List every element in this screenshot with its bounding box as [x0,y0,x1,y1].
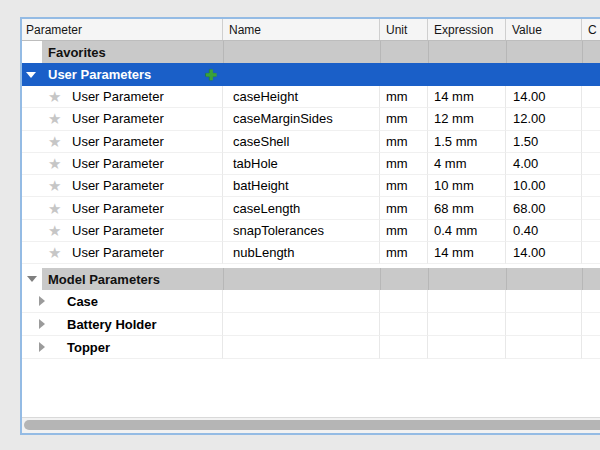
plus-icon: ✚ [205,68,217,82]
parameter-row[interactable]: ★User Parameter caseLength mm 68 mm 68.0… [22,197,600,219]
model-group-row-battery-holder[interactable]: Battery Holder [22,313,600,336]
horizontal-scrollbar-thumb[interactable] [24,420,600,430]
model-group-row-topper[interactable]: Topper [22,336,600,359]
parameter-comment[interactable] [582,153,600,175]
parameter-name[interactable]: caseHeight [223,86,380,108]
parameter-expression[interactable]: 14 mm [428,86,506,108]
parameter-value: 68.00 [506,197,582,219]
parameter-row[interactable]: ★User Parameter tabHole mm 4 mm 4.00 [22,153,600,175]
parameter-row[interactable]: ★User Parameter nubLength mm 14 mm 14.00 [22,242,600,264]
model-parameters-expander-cell [22,268,42,290]
column-header-unit[interactable]: Unit [380,19,428,40]
parameter-name[interactable]: tabHole [223,153,380,175]
parameter-expression[interactable]: 4 mm [428,153,506,175]
column-header-parameter[interactable]: Parameter [22,19,223,40]
parameter-expression[interactable]: 12 mm [428,108,506,130]
parameter-type-label: User Parameter [72,245,164,260]
parameter-expression[interactable]: 68 mm [428,197,506,219]
parameter-row[interactable]: ★User Parameter caseHeight mm 14 mm 14.0… [22,86,600,108]
model-group-label: Case [67,294,98,309]
add-user-parameter-button[interactable]: ✚ [203,63,219,86]
model-group-label: Battery Holder [67,317,157,332]
parameter-comment[interactable] [582,220,600,242]
horizontal-scrollbar[interactable] [22,417,600,433]
parameter-comment[interactable] [582,131,600,153]
parameter-value: 4.00 [506,153,582,175]
favorites-group-label: Favorites [42,41,600,63]
user-parameters-group-row[interactable]: User Parameters ✚ [22,63,600,86]
parameter-value: 10.00 [506,175,582,197]
parameter-row[interactable]: ★User Parameter caseMarginSides mm 12 mm… [22,108,600,130]
parameter-name[interactable]: caseLength [223,197,380,219]
parameter-unit: mm [380,197,428,219]
parameter-value: 0.40 [506,220,582,242]
parameter-name[interactable]: batHeight [223,175,380,197]
parameter-row[interactable]: ★User Parameter batHeight mm 10 mm 10.00 [22,175,600,197]
table-header: Parameter Name Unit Expression Value C [22,19,600,41]
parameter-value: 14.00 [506,242,582,264]
favorites-group-row[interactable]: Favorites [22,41,600,63]
parameter-unit: mm [380,153,428,175]
model-group-row-case[interactable]: Case [22,290,600,313]
parameter-comment[interactable] [582,242,600,264]
parameter-name[interactable]: snapTolerances [223,220,380,242]
parameter-expression[interactable]: 14 mm [428,242,506,264]
parameter-type-label: User Parameter [72,201,164,216]
parameter-name[interactable]: caseMarginSides [223,108,380,130]
parameters-table: Parameter Name Unit Expression Value C F… [20,17,600,435]
collapse-triangle-icon[interactable] [26,72,36,78]
parameter-type-label: User Parameter [72,111,164,126]
favorite-star-icon[interactable]: ★ [48,178,64,193]
parameter-name[interactable]: caseShell [223,131,380,153]
parameter-comment[interactable] [582,197,600,219]
expand-triangle-icon[interactable] [39,342,45,352]
table-empty-area [22,359,600,417]
parameter-name[interactable]: nubLength [223,242,380,264]
parameter-expression[interactable]: 1.5 mm [428,131,506,153]
parameter-comment[interactable] [582,86,600,108]
parameter-type-label: User Parameter [72,156,164,171]
model-parameters-group-row[interactable]: Model Parameters [22,268,600,290]
parameter-expression[interactable]: 0.4 mm [428,220,506,242]
column-header-value[interactable]: Value [506,19,582,40]
favorite-star-icon[interactable]: ★ [48,223,64,238]
favorite-star-icon[interactable]: ★ [48,89,64,104]
parameter-unit: mm [380,220,428,242]
column-header-name[interactable]: Name [223,19,380,40]
parameter-unit: mm [380,242,428,264]
collapse-triangle-icon[interactable] [27,276,37,282]
column-header-comments[interactable]: C [582,19,600,40]
favorite-star-icon[interactable]: ★ [48,111,64,126]
expand-triangle-icon[interactable] [39,296,45,306]
parameter-type-label: User Parameter [72,89,164,104]
parameters-dialog: Parameter Name Unit Expression Value C F… [0,0,600,450]
parameter-comment[interactable] [582,108,600,130]
parameter-unit: mm [380,86,428,108]
favorite-star-icon[interactable]: ★ [48,156,64,171]
favorite-star-icon[interactable]: ★ [48,245,64,260]
parameter-value: 14.00 [506,86,582,108]
parameter-row[interactable]: ★User Parameter caseShell mm 1.5 mm 1.50 [22,131,600,153]
parameter-unit: mm [380,131,428,153]
parameter-type-label: User Parameter [72,134,164,149]
parameter-unit: mm [380,108,428,130]
model-group-label: Topper [67,340,110,355]
parameter-comment[interactable] [582,175,600,197]
parameter-value: 12.00 [506,108,582,130]
favorite-star-icon[interactable]: ★ [48,134,64,149]
favorites-expander-cell [22,41,42,63]
user-parameters-group-label: User Parameters [48,67,151,82]
favorite-star-icon[interactable]: ★ [48,201,64,216]
parameter-type-label: User Parameter [72,178,164,193]
column-header-expression[interactable]: Expression [428,19,506,40]
parameter-expression[interactable]: 10 mm [428,175,506,197]
parameter-row[interactable]: ★User Parameter snapTolerances mm 0.4 mm… [22,220,600,242]
model-parameters-group-label: Model Parameters [42,268,600,290]
parameter-unit: mm [380,175,428,197]
expand-triangle-icon[interactable] [39,319,45,329]
parameter-value: 1.50 [506,131,582,153]
parameter-type-label: User Parameter [72,223,164,238]
